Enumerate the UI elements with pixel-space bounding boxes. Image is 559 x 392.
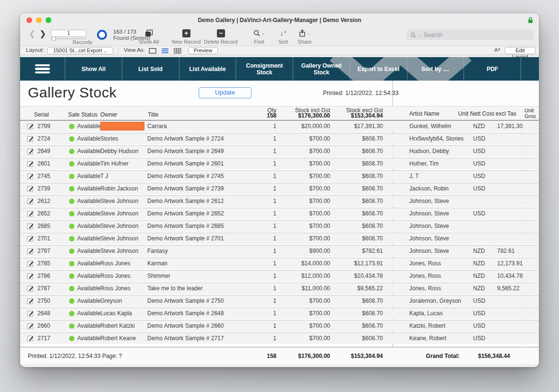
- owner-cell[interactable]: Robert Keane: [100, 333, 147, 344]
- nav-button-show-all[interactable]: Show All: [65, 57, 122, 81]
- edit-record-button[interactable]: [20, 246, 37, 257]
- nav-button-consignment-stock[interactable]: Consignment Stock: [236, 57, 293, 81]
- stock-excl-cell: $608.70: [330, 208, 383, 219]
- previous-record-button[interactable]: ❮: [29, 29, 36, 39]
- nav-button-export-to-excel[interactable]: Export to Excel: [350, 57, 407, 81]
- edit-record-button[interactable]: [20, 183, 37, 194]
- table-row[interactable]: 2717AvailableRobert KeaneDemo Artwork Sa…: [20, 333, 539, 344]
- nav-button-list-sold[interactable]: List Sold: [122, 57, 179, 81]
- qty-cell: 1: [246, 171, 276, 182]
- preview-button[interactable]: Preview: [188, 47, 218, 54]
- sort-button[interactable]: ↓z Sort: [274, 28, 293, 45]
- edit-record-button[interactable]: [20, 196, 37, 207]
- edit-record-button[interactable]: [20, 158, 37, 169]
- table-row[interactable]: 2660AvailableRobert KatzkiDemo Artwork S…: [20, 320, 539, 332]
- table-row[interactable]: 2739AvailableRobin JacksonDemo Artwork S…: [20, 183, 539, 194]
- artist-name-cell: Johnson, Steve: [392, 246, 473, 257]
- edit-record-button[interactable]: [20, 121, 37, 132]
- owner-cell[interactable]: Robert Katzki: [100, 321, 147, 332]
- table-row[interactable]: 2601AvailableTim HufnerDemo Artwork Samp…: [20, 158, 539, 169]
- footer-printed: Printed: 1/12/2022. 12:54:33 Page: ?: [28, 353, 122, 359]
- cell-stub: [510, 233, 527, 244]
- cell-stub: [510, 283, 527, 294]
- qty-cell: 1: [246, 333, 276, 344]
- table-row[interactable]: 2785AvailableRoss JonesKarman1$14,000.00…: [20, 258, 539, 269]
- table-row[interactable]: 2745AvailableT JDemo Artwork Sample # 27…: [20, 170, 539, 182]
- edit-record-button[interactable]: [20, 308, 37, 319]
- layout-selector[interactable]: 15001 St...cel Export ⌄: [47, 47, 113, 54]
- view-list-icon[interactable]: [161, 48, 169, 54]
- owner-cell[interactable]: Steve Johnson: [100, 208, 147, 219]
- sale-status-text: Available: [77, 296, 100, 307]
- share-button[interactable]: ⌄ Share: [294, 28, 316, 45]
- formatting-bar-toggle[interactable]: Aª: [494, 47, 500, 53]
- nav-button-gallery-owned-stock[interactable]: Gallery Owned Stock: [293, 57, 350, 81]
- artist-name-cell: Joralemon, Greyson: [392, 296, 473, 307]
- view-table-icon[interactable]: [174, 48, 181, 54]
- owner-cell[interactable]: Lucas Kapla: [100, 308, 147, 319]
- edit-layout-button[interactable]: Edit Layout: [505, 47, 535, 54]
- cell-gap: [383, 246, 392, 257]
- edit-record-button[interactable]: [20, 133, 37, 144]
- stock-excl-cell: $608.70: [330, 183, 383, 194]
- owner-cell[interactable]: Robin Jackson: [100, 183, 147, 194]
- owner-cell[interactable]: Steve Johnson: [100, 221, 147, 232]
- update-button[interactable]: Update: [199, 87, 251, 98]
- owner-cell[interactable]: Stories: [100, 133, 147, 144]
- find-button[interactable]: ⌄ Find: [245, 28, 274, 45]
- table-row[interactable]: 2787AvailableRoss JonesTake me to the le…: [20, 283, 539, 294]
- edit-record-button[interactable]: [20, 208, 37, 219]
- search-icon: [410, 32, 416, 38]
- title-cell: Demo Artwork Sample # 2745: [147, 171, 246, 182]
- edit-record-button[interactable]: [20, 146, 37, 157]
- view-form-icon[interactable]: [149, 48, 156, 54]
- owner-cell[interactable]: Steve Johnson: [100, 233, 147, 244]
- table-row[interactable]: 2786AvailableRoss JonesShimmer1$12,000.0…: [20, 270, 539, 282]
- next-record-button[interactable]: ❯: [39, 29, 46, 39]
- edit-record-button[interactable]: [20, 333, 37, 344]
- table-row[interactable]: 2612AvailableSteve JohnsonDemo Artwork S…: [20, 195, 539, 207]
- show-all-button[interactable]: Show All: [131, 28, 167, 45]
- nav-button-list-available[interactable]: List Available: [179, 57, 236, 81]
- owner-cell[interactable]: [100, 121, 147, 132]
- owner-cell[interactable]: Tim Hufner: [100, 158, 147, 169]
- new-record-button[interactable]: + New Record: [169, 28, 203, 45]
- edit-record-button[interactable]: [20, 258, 37, 269]
- table-row[interactable]: 2797AvailableSteve JohnsonFantasy1$900.0…: [20, 245, 539, 257]
- edit-record-button[interactable]: [20, 321, 37, 332]
- table-row[interactable]: 2701AvailableSteve JohnsonDemo Artwork S…: [20, 233, 539, 244]
- edit-record-button[interactable]: [20, 221, 37, 232]
- owner-cell[interactable]: Ross Jones: [100, 283, 147, 294]
- edit-record-button[interactable]: [20, 296, 37, 307]
- table-row[interactable]: 2724AvailableStoriesDemo Artwork Sample …: [20, 133, 539, 144]
- nav-button-sort-by[interactable]: Sort by ....: [407, 57, 464, 81]
- owner-cell[interactable]: T J: [100, 171, 147, 182]
- share-chevron-icon[interactable]: ⌄: [307, 31, 310, 36]
- owner-cell[interactable]: Ross Jones: [100, 258, 147, 269]
- owner-cell[interactable]: Debby Hudson: [100, 146, 147, 157]
- table-row[interactable]: 2648AvailableLucas KaplaDemo Artwork Sam…: [20, 308, 539, 319]
- find-chevron-icon[interactable]: ⌄: [262, 31, 265, 36]
- search-input[interactable]: ⌄ Search: [406, 30, 534, 40]
- search-chevron-icon[interactable]: ⌄: [418, 33, 422, 37]
- nav-button-pdf[interactable]: PDF: [464, 57, 521, 81]
- edit-record-button[interactable]: [20, 233, 37, 244]
- table-row[interactable]: 2652AvailableSteve JohnsonDemo Artwork S…: [20, 208, 539, 219]
- table-row[interactable]: 2649AvailableDebby HudsonDemo Artwork Sa…: [20, 145, 539, 157]
- owner-cell[interactable]: Ross Jones: [100, 271, 147, 282]
- owner-cell[interactable]: Steve Johnson: [100, 246, 147, 257]
- serial-cell: 2785: [37, 258, 66, 269]
- owner-cell[interactable]: Greyson: [100, 296, 147, 307]
- table-row[interactable]: 2685AvailableSteve JohnsonDemo Artwork S…: [20, 220, 539, 232]
- edit-record-button[interactable]: [20, 171, 37, 182]
- owner-highlight-field[interactable]: [100, 122, 144, 131]
- owner-cell[interactable]: Steve Johnson: [100, 196, 147, 207]
- edit-record-button[interactable]: [20, 283, 37, 294]
- table-row[interactable]: 2750AvailableGreysonDemo Artwork Sample …: [20, 295, 539, 307]
- stock-excl-cell: $12,173.91: [330, 258, 383, 269]
- menu-button[interactable]: [20, 57, 65, 81]
- edit-record-button[interactable]: [20, 271, 37, 282]
- delete-record-button[interactable]: − Delete Record: [203, 28, 238, 45]
- current-record-input[interactable]: 1: [51, 30, 86, 37]
- table-row[interactable]: 2799AvailableCarrara1$20,000.00$17,391.3…: [20, 120, 539, 132]
